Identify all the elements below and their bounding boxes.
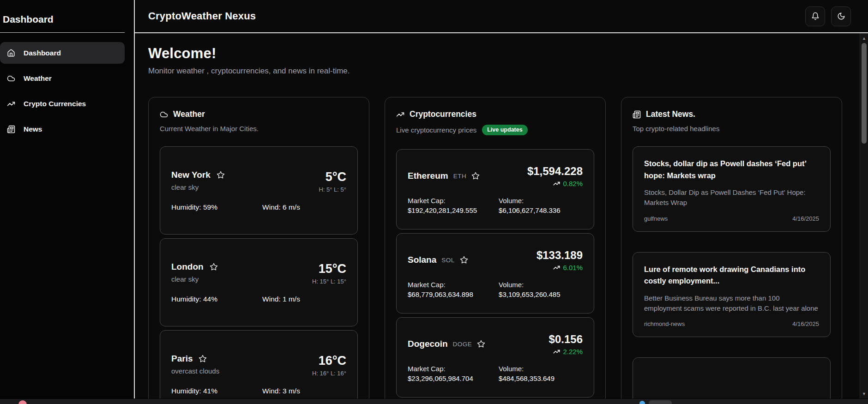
news-card-title: Latest News. <box>646 109 695 119</box>
favorite-star-icon[interactable] <box>471 172 480 180</box>
news-card-header: Latest News. <box>633 109 831 119</box>
coin-change: 2.22% <box>549 348 583 356</box>
weather-city-card-london[interactable]: London clear sky 15°C H: 15° <box>160 238 358 326</box>
coin-top-row: Solana SOL $133.189 <box>408 249 583 271</box>
city-high-low: H: 15° L: 15° <box>312 278 346 285</box>
city-condition: clear sky <box>171 275 218 283</box>
city-wind: Wind: 1 m/s <box>262 295 300 303</box>
coin-price: $1,594.228 <box>527 165 583 178</box>
city-stats-row: Humidity: 41% Wind: 3 m/s <box>171 387 346 395</box>
coin-top-row: Dogecoin DOGE $0.156 <box>408 333 583 356</box>
city-condition: clear sky <box>171 183 225 191</box>
coin-stats-grid: Market Cap: $68,779,063,634.898 Volume: … <box>408 281 583 298</box>
coin-price: $0.156 <box>549 333 583 346</box>
volume-value: $6,106,627,748.336 <box>499 206 583 214</box>
news-article-list: Stocks, dollar dip as Powell dashes ‘Fed… <box>633 146 831 404</box>
weather-city-card-new-york[interactable]: New York clear sky 5°C H: 5° <box>160 146 358 235</box>
crypto-card-subtitle-text: Live cryptocurrency prices <box>396 126 476 134</box>
coin-change: 6.01% <box>536 264 583 271</box>
volume-label: Volume: <box>499 197 583 205</box>
news-article-title: Lure of remote work drawing Canadians in… <box>644 264 819 287</box>
news-article-title: Stocks, dollar dip as Powell dashes ‘Fed… <box>644 158 819 181</box>
coin-change-value: 6.01% <box>563 264 583 271</box>
vertical-scrollbar[interactable]: ▲ ▼ <box>860 33 868 404</box>
news-article-card[interactable]: Stocks, dollar dip as Powell dashes ‘Fed… <box>633 146 831 232</box>
app-title: CryptoWeather Nexus <box>148 10 256 22</box>
coin-symbol: ETH <box>453 173 467 180</box>
coin-symbol: DOGE <box>453 341 472 348</box>
volume-value: $3,109,653,260.485 <box>499 290 583 298</box>
crypto-card: Cryptocurrencies Live cryptocurrency pri… <box>385 97 606 404</box>
dashboard-cards: Weather Current Weather in Major Cities.… <box>148 97 842 404</box>
taskbar-app-icon <box>639 401 645 404</box>
sidebar-item-news[interactable]: News <box>0 118 125 140</box>
weather-city-card-paris[interactable]: Paris overcast clouds 16°C H <box>160 330 358 404</box>
taskbar-app-icon <box>18 400 27 404</box>
home-icon <box>7 49 15 57</box>
city-humidity: Humidity: 44% <box>171 295 262 303</box>
city-name: Paris <box>171 354 193 364</box>
market-cap-value: $68,779,063,634.898 <box>408 290 499 298</box>
cloud-icon <box>7 74 15 83</box>
volume-value: $484,568,353.649 <box>499 374 583 382</box>
crypto-coin-card-dogecoin[interactable]: Dogecoin DOGE $0.156 <box>396 317 594 398</box>
newspaper-icon <box>7 125 15 133</box>
volume-label: Volume: <box>499 281 583 289</box>
moon-icon <box>837 12 845 20</box>
news-article-card[interactable]: Lure of remote work drawing Canadians in… <box>633 252 831 338</box>
favorite-star-icon[interactable] <box>210 263 218 271</box>
newspaper-icon <box>633 110 641 119</box>
scroll-up-icon[interactable]: ▲ <box>860 35 868 42</box>
sidebar-item-crypto-currencies[interactable]: Crypto Currencies <box>0 93 125 115</box>
coin-symbol: SOL <box>441 257 455 264</box>
news-article-description: Stocks, Dollar Dip as Powell Dashes ‘Fed… <box>644 187 819 208</box>
cloud-icon <box>160 110 168 119</box>
volume-label: Volume: <box>499 365 583 373</box>
city-stats-row: Humidity: 59% Wind: 6 m/s <box>171 203 346 211</box>
news-article-date: 4/16/2025 <box>792 215 819 222</box>
city-name: London <box>171 262 204 272</box>
favorite-star-icon[interactable] <box>477 340 485 348</box>
city-high-low: H: 5° L: 5° <box>319 186 346 193</box>
welcome-subtitle: Monitor weather , cryptocurrencies, and … <box>148 66 842 76</box>
city-condition: overcast clouds <box>171 367 219 375</box>
bell-icon <box>811 12 820 20</box>
sidebar-item-weather[interactable]: Weather <box>0 67 125 89</box>
market-cap-label: Market Cap: <box>408 281 499 289</box>
sidebar-item-label: News <box>24 125 42 133</box>
favorite-star-icon[interactable] <box>199 355 207 363</box>
city-name: New York <box>171 170 211 180</box>
coin-change: 0.82% <box>527 180 583 187</box>
crypto-coin-card-solana[interactable]: Solana SOL $133.189 <box>396 233 594 314</box>
topbar: CryptoWeather Nexus <box>135 0 868 33</box>
trend-up-icon <box>553 264 560 271</box>
news-article-meta: richmond-news 4/16/2025 <box>644 320 819 327</box>
weather-card-title: Weather <box>173 109 205 119</box>
scroll-down-icon[interactable]: ▼ <box>860 390 868 398</box>
coin-top-row: Ethereum ETH $1,594.228 <box>408 165 583 187</box>
news-card-subtitle: Top crypto-related headlines <box>633 125 831 133</box>
scrollbar-thumb[interactable] <box>862 43 867 144</box>
trend-up-icon <box>553 180 560 187</box>
favorite-star-icon[interactable] <box>460 256 468 264</box>
coin-change-value: 2.22% <box>563 348 583 356</box>
city-top-row: New York clear sky 5°C H: 5° <box>171 170 346 193</box>
theme-toggle-button[interactable] <box>831 6 851 26</box>
crypto-card-title: Cryptocurrencies <box>410 109 476 119</box>
crypto-card-subtitle: Live cryptocurrency prices Live updates <box>396 125 594 135</box>
city-humidity: Humidity: 41% <box>171 387 262 395</box>
city-top-row: London clear sky 15°C H: 15° <box>171 262 346 285</box>
coin-stats-grid: Market Cap: $23,296,065,984.704 Volume: … <box>408 365 583 382</box>
trending-up-icon <box>7 100 15 108</box>
crypto-coin-card-ethereum[interactable]: Ethereum ETH $1,594.228 <box>396 149 594 229</box>
notifications-button[interactable] <box>805 6 825 26</box>
city-stats-row: Humidity: 44% Wind: 1 m/s <box>171 295 346 303</box>
favorite-star-icon[interactable] <box>217 171 225 179</box>
weather-card-header: Weather <box>160 109 358 119</box>
sidebar: Dashboard Dashboard Weather Crypto Curre… <box>0 0 135 404</box>
news-article-card-partial[interactable] <box>633 357 831 404</box>
taskbar-sliver <box>0 398 868 404</box>
sidebar-item-dashboard[interactable]: Dashboard <box>0 42 125 64</box>
topbar-actions <box>805 6 851 26</box>
main-content: Welcome! Monitor weather , cryptocurrenc… <box>135 33 868 404</box>
